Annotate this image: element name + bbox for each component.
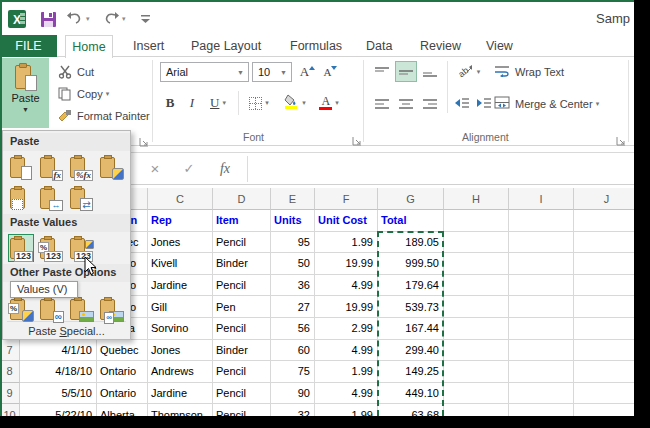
tab-formulas[interactable]: Formulas [290, 35, 342, 57]
cell-H6[interactable] [444, 318, 509, 340]
cell-H3[interactable] [444, 253, 509, 275]
cell-G7[interactable]: 299.40 [378, 340, 444, 362]
format-painter-button[interactable]: Format Painter [58, 107, 150, 125]
fill-color-dropdown-arrow[interactable]: ▾ [302, 99, 306, 107]
cut-button[interactable]: Cut [58, 63, 94, 81]
align-left-button[interactable] [371, 93, 393, 114]
italic-button[interactable]: I [183, 93, 201, 113]
align-right-button[interactable] [419, 93, 441, 114]
cell-D6[interactable]: Pencil [213, 318, 271, 340]
cell-G3[interactable]: 999.50 [378, 253, 444, 275]
cell-F8[interactable]: 1.99 [315, 361, 378, 383]
font-dialog-launcher-icon[interactable] [352, 132, 362, 150]
cell-G2[interactable]: 189.05 [378, 232, 444, 254]
cell-J5[interactable] [574, 296, 640, 318]
cell-I6[interactable] [509, 318, 574, 340]
cancel-button[interactable]: × [140, 153, 170, 184]
cell-J1[interactable] [574, 210, 640, 232]
copy-dropdown-arrow[interactable]: ▾ [106, 90, 110, 98]
cell-J4[interactable] [574, 275, 640, 297]
tab-page-layout[interactable]: Page Layout [191, 35, 261, 57]
formula-input[interactable] [252, 153, 634, 184]
underline-dropdown-arrow[interactable]: ▾ [222, 99, 226, 107]
tab-insert[interactable]: Insert [133, 35, 164, 57]
cell-D2[interactable]: Pencil [213, 232, 271, 254]
cell-E4[interactable]: 36 [271, 275, 315, 297]
cell-D3[interactable]: Binder [213, 253, 271, 275]
row-header-7[interactable]: 7 [0, 340, 20, 362]
cell-J3[interactable] [574, 253, 640, 275]
cell-F2[interactable]: 1.99 [315, 232, 378, 254]
cell-B8[interactable]: Ontario [97, 361, 148, 383]
tab-data[interactable]: Data [366, 35, 392, 57]
undo-dropdown-arrow[interactable]: ▾ [86, 15, 90, 23]
cell-F6[interactable]: 2.99 [315, 318, 378, 340]
bottom-align-button[interactable] [419, 61, 441, 82]
decrease-indent-button[interactable] [452, 93, 472, 114]
orientation-dropdown-arrow[interactable]: ▾ [477, 68, 481, 76]
cell-I5[interactable] [509, 296, 574, 318]
column-header-G[interactable]: G [378, 188, 444, 210]
tab-review[interactable]: Review [420, 35, 461, 57]
cell-J9[interactable] [574, 383, 640, 405]
cell-I4[interactable] [509, 275, 574, 297]
redo-button[interactable]: ▾ [102, 9, 126, 29]
cell-E5[interactable]: 27 [271, 296, 315, 318]
paste-option-formatting[interactable]: % [8, 295, 34, 323]
paste-dropdown-arrow[interactable]: ▼ [22, 106, 29, 113]
increase-indent-button[interactable] [474, 93, 494, 114]
cell-F3[interactable]: 19.99 [315, 253, 378, 275]
cell-A7[interactable]: 4/1/10 [20, 340, 97, 362]
cell-F1[interactable]: Unit Cost [315, 210, 378, 232]
cell-C7[interactable]: Jones [148, 340, 213, 362]
cell-I8[interactable] [509, 361, 574, 383]
cell-F9[interactable]: 4.99 [315, 383, 378, 405]
paste-option-paste-link[interactable]: ∞ [38, 295, 64, 323]
cell-B9[interactable]: Ontario [97, 383, 148, 405]
paste-option-formulas[interactable]: fx [38, 153, 64, 181]
column-header-E[interactable]: E [271, 188, 315, 210]
tab-file[interactable]: FILE [0, 35, 57, 57]
cell-E1[interactable]: Units [271, 210, 315, 232]
cell-A8[interactable]: 4/18/10 [20, 361, 97, 383]
paste-option-keep-source-formatting[interactable] [98, 153, 124, 181]
save-button[interactable] [40, 9, 57, 29]
cell-C1[interactable]: Rep [148, 210, 213, 232]
font-color-dropdown-arrow[interactable]: ▾ [335, 99, 339, 107]
copy-button[interactable]: Copy ▾ [58, 85, 109, 103]
cell-A9[interactable]: 5/5/10 [20, 383, 97, 405]
merge-center-button[interactable]: Merge & Center ▾ [494, 93, 618, 114]
cell-C5[interactable]: Gill [148, 296, 213, 318]
tab-view[interactable]: View [486, 35, 513, 57]
cell-G5[interactable]: 539.73 [378, 296, 444, 318]
cell-D5[interactable]: Pen [213, 296, 271, 318]
cell-I9[interactable] [509, 383, 574, 405]
font-color-button[interactable]: A ▾ [314, 93, 344, 113]
paste-option-picture[interactable] [68, 295, 94, 323]
cell-G8[interactable]: 149.25 [378, 361, 444, 383]
underline-button[interactable]: U▾ [205, 93, 231, 113]
column-header-I[interactable]: I [509, 188, 574, 210]
cell-I1[interactable] [509, 210, 574, 232]
cell-C3[interactable]: Kivell [148, 253, 213, 275]
cell-G4[interactable]: 179.64 [378, 275, 444, 297]
cell-H8[interactable] [444, 361, 509, 383]
cell-H1[interactable] [444, 210, 509, 232]
cell-J7[interactable] [574, 340, 640, 362]
column-header-F[interactable]: F [315, 188, 378, 210]
borders-dropdown-arrow[interactable]: ▾ [265, 99, 269, 107]
cell-I7[interactable] [509, 340, 574, 362]
column-header-J[interactable]: J [574, 188, 640, 210]
cell-G9[interactable]: 449.10 [378, 383, 444, 405]
paste-option-formulas-number-formatting[interactable]: %fx [68, 153, 94, 181]
tab-home[interactable]: Home [65, 35, 113, 58]
cell-H2[interactable] [444, 232, 509, 254]
cell-D1[interactable]: Item [213, 210, 271, 232]
font-size-dropdown-arrow[interactable]: ▼ [276, 69, 291, 76]
customize-quick-access-toolbar-icon[interactable] [140, 9, 152, 29]
redo-dropdown-arrow[interactable]: ▾ [122, 15, 126, 23]
cell-H4[interactable] [444, 275, 509, 297]
clipboard-dialog-launcher-icon[interactable] [139, 133, 149, 151]
cell-G1[interactable]: Total [378, 210, 444, 232]
cell-C2[interactable]: Jones [148, 232, 213, 254]
